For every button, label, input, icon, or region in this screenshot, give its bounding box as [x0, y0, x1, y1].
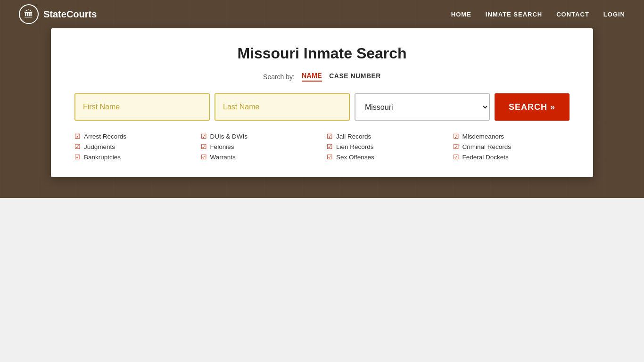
tab-case-number[interactable]: CASE NUMBER [329, 72, 381, 81]
check-label: Bankruptcies [84, 154, 121, 161]
site-logo[interactable]: 🏛 StateCourts [19, 4, 97, 24]
check-label: Criminal Records [462, 143, 512, 150]
check-icon: ☑ [201, 132, 207, 140]
search-by-row: Search by: NAME CASE NUMBER [74, 72, 570, 82]
check-misdemeanors: ☑ Misdemeanors [453, 132, 570, 140]
check-label: Arrest Records [84, 133, 126, 140]
nav-inmate-search[interactable]: INMATE SEARCH [486, 11, 542, 18]
check-icon: ☑ [327, 153, 333, 161]
check-label: Warrants [210, 154, 236, 161]
check-arrest-records: ☑ Arrest Records [74, 132, 191, 140]
check-label: Lien Records [336, 143, 374, 150]
check-label: Misdemeanors [462, 133, 504, 140]
check-icon: ☑ [74, 153, 81, 161]
nav-contact[interactable]: CONTACT [556, 11, 589, 18]
check-label: Federal Dockets [462, 154, 509, 161]
check-sex-offenses: ☑ Sex Offenses [327, 153, 444, 161]
check-jail-records: ☑ Jail Records [327, 132, 444, 140]
check-lien-records: ☑ Lien Records [327, 143, 444, 150]
nav-home[interactable]: HOME [451, 11, 471, 18]
search-by-label: Search by: [263, 73, 295, 81]
check-label: Sex Offenses [336, 154, 374, 161]
search-inputs: Missouri Alabama Alaska Arizona Arkansas… [74, 93, 570, 121]
check-judgments: ☑ Judgments [74, 143, 191, 150]
state-select[interactable]: Missouri Alabama Alaska Arizona Arkansas… [355, 93, 490, 121]
first-name-input[interactable] [74, 93, 210, 121]
hero-section: COURTHOUSE 🏛 StateCourts HOME INMATE SEA… [0, 0, 644, 198]
check-icon: ☑ [453, 153, 459, 161]
check-bankruptcies: ☑ Bankruptcies [74, 153, 191, 161]
tab-name[interactable]: NAME [302, 72, 322, 82]
search-title: Missouri Inmate Search [74, 45, 570, 62]
logo-icon: 🏛 [19, 4, 39, 24]
check-label: Jail Records [336, 133, 371, 140]
nav-links: HOME INMATE SEARCH CONTACT LOGIN [451, 11, 625, 18]
check-icon: ☑ [453, 132, 459, 140]
navigation: 🏛 StateCourts HOME INMATE SEARCH CONTACT… [0, 0, 644, 28]
check-duis: ☑ DUIs & DWIs [201, 132, 318, 140]
check-warrants: ☑ Warrants [201, 153, 318, 161]
check-label: Judgments [84, 143, 115, 150]
search-card: Missouri Inmate Search Search by: NAME C… [51, 28, 593, 177]
check-criminal-records: ☑ Criminal Records [453, 143, 570, 150]
check-icon: ☑ [327, 143, 333, 150]
check-icon: ☑ [327, 132, 333, 140]
check-felonies: ☑ Felonies [201, 143, 318, 150]
checklist: ☑ Arrest Records ☑ DUIs & DWIs ☑ Jail Re… [74, 132, 570, 161]
check-icon: ☑ [453, 143, 459, 150]
nav-login[interactable]: LOGIN [603, 11, 625, 18]
check-icon: ☑ [201, 143, 207, 150]
check-label: Felonies [210, 143, 234, 150]
logo-text: StateCourts [43, 9, 97, 20]
check-icon: ☑ [74, 132, 81, 140]
check-federal-dockets: ☑ Federal Dockets [453, 153, 570, 161]
check-label: DUIs & DWIs [210, 133, 248, 140]
check-icon: ☑ [201, 153, 207, 161]
last-name-input[interactable] [215, 93, 350, 121]
search-button[interactable]: SEARCH » [495, 93, 570, 121]
check-icon: ☑ [74, 143, 81, 150]
